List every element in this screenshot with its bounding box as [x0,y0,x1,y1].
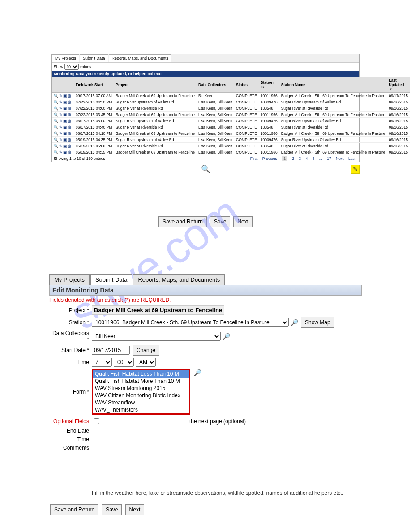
view-icon[interactable]: 🔍 [54,119,59,123]
form-option-3[interactable]: WAV Citizen Monitoring Biotic Index [93,392,189,399]
page-next[interactable]: Next [336,156,343,161]
binoculars-icon[interactable]: 🔎 [223,333,230,340]
minute-select[interactable]: 00 [114,358,134,367]
tab-my-projects[interactable]: My Projects [52,54,79,62]
page-17[interactable]: 17 [327,156,331,161]
col-fieldwork-start[interactable]: Fieldwork Start [74,77,114,93]
cell-project: Sugar River at Riverside Rd [114,143,197,149]
page-4[interactable]: 4 [306,156,308,161]
ampm-select[interactable]: AM [136,358,156,367]
view-icon[interactable]: 🔍 [54,112,59,117]
delete-icon[interactable]: 🗑 [68,131,72,136]
col-station-name[interactable]: Station Name [279,77,387,93]
save-and-return-button[interactable]: Save and Return [158,216,207,227]
copy-icon[interactable]: ▣ [63,119,67,123]
form-option-4[interactable]: WAV Streamflow [93,399,189,406]
tab-my-projects-b[interactable]: My Projects [49,274,90,285]
hour-select[interactable]: 7 [92,358,112,367]
tab-reports[interactable]: Reports, Maps, and Documents [109,54,172,62]
edit-icon[interactable]: ✎ [59,119,63,123]
delete-icon[interactable]: 🗑 [68,100,72,104]
view-icon[interactable]: 🔍 [54,144,59,148]
copy-icon[interactable]: ▣ [63,150,67,154]
next-button-b[interactable]: Next [125,504,145,515]
delete-icon[interactable]: 🗑 [68,144,72,148]
view-icon[interactable]: 🔍 [54,131,59,136]
comments-textarea[interactable] [92,445,293,485]
view-icon[interactable]: 🔍 [54,94,59,98]
edit-icon[interactable]: ✎ [59,137,63,142]
tab-reports-b[interactable]: Reports, Maps, and Documents [133,274,225,285]
search-icon[interactable]: 🔍 [201,164,210,174]
cell-last-updated: 09/16/2015 [387,143,410,149]
copy-icon[interactable]: ▣ [63,137,67,142]
edit-icon[interactable]: ✎ [59,131,63,136]
edit-icon[interactable]: ✎ [59,100,63,104]
next-button[interactable]: Next [233,216,253,227]
station-select[interactable]: 10011966, Badger Mill Creek - Sth. 69 Up… [92,318,289,327]
tab-submit-data[interactable]: Submit Data [80,54,108,62]
edit-icon[interactable]: ✎ [59,125,63,129]
page-last[interactable]: Last [348,156,355,161]
edit-icon[interactable]: ✎ [59,150,63,154]
page-2[interactable]: 2 [292,156,294,161]
delete-icon[interactable]: 🗑 [68,94,72,98]
page-1[interactable]: 1 [282,156,287,161]
binoculars-icon[interactable]: 🔎 [194,369,201,376]
col-actions [52,77,74,93]
form-dropdown-open[interactable]: Qualit Fish Habitat Less Than 10 M Quali… [92,369,190,415]
entries-select[interactable]: 10 [64,64,79,70]
form-option-1[interactable]: Qualit Fish Habitat More Than 10 M [93,378,189,385]
copy-icon[interactable]: ▣ [63,106,67,111]
form-option-5[interactable]: WAV_Thermistors [93,406,189,413]
edit-icon[interactable]: ✎ [59,144,63,148]
copy-icon[interactable]: ▣ [63,112,67,117]
view-icon[interactable]: 🔍 [54,125,59,129]
delete-icon[interactable]: 🗑 [68,137,72,142]
tab-submit-data-b[interactable]: Submit Data [90,274,133,285]
cell-collectors: Bill Keen [197,93,234,99]
copy-icon[interactable]: ▣ [63,100,67,104]
view-icon[interactable]: 🔍 [54,150,59,154]
edit-icon[interactable]: ✎ [59,112,63,117]
copy-icon[interactable]: ▣ [63,125,67,129]
binoculars-icon[interactable]: 🔎 [291,319,298,326]
page-5[interactable]: 5 [313,156,315,161]
cell-project: Badger Mill Creek at 69 Upstream to Fenc… [114,112,197,118]
page-first[interactable]: First [250,156,258,161]
save-and-return-button-b[interactable]: Save and Return [50,504,98,515]
edit-icon[interactable]: ✎ [59,106,63,111]
save-button-b[interactable]: Save [102,504,122,515]
col-data-collectors[interactable]: Data Collectors [197,77,234,93]
edit-icon[interactable]: ✎ [351,165,360,174]
form-option-2[interactable]: WAV Stream Monitoring 2015 [93,385,189,392]
delete-icon[interactable]: 🗑 [68,119,72,123]
page-3[interactable]: 3 [299,156,301,161]
table-row: 🔍✎▣🗑07/22/2015 03:45 PMBadger Mill Creek… [52,112,410,118]
copy-icon[interactable]: ▣ [63,144,67,148]
save-button[interactable]: Save [210,216,230,227]
page-prev[interactable]: Previous [262,156,277,161]
show-map-button[interactable]: Show Map [301,317,334,328]
delete-icon[interactable]: 🗑 [68,106,72,111]
optional-checkbox[interactable] [94,418,99,424]
cell-project: Sugar River at Riverside Rd [114,105,197,112]
col-station-id[interactable]: Station ID [259,77,279,93]
change-date-button[interactable]: Change [133,345,159,356]
cell-fieldwork-start: 05/19/2015 04:35 PM [74,149,114,155]
view-icon[interactable]: 🔍 [54,106,59,111]
delete-icon[interactable]: 🗑 [68,150,72,154]
delete-icon[interactable]: 🗑 [68,112,72,117]
col-project[interactable]: Project [114,77,197,93]
copy-icon[interactable]: ▣ [63,131,67,136]
start-date-input[interactable] [92,346,130,355]
form-option-0[interactable]: Qualit Fish Habitat Less Than 10 M [93,370,189,378]
col-status[interactable]: Status [234,77,259,93]
delete-icon[interactable]: 🗑 [68,125,72,129]
collector-select[interactable]: Bill Keen [92,332,221,341]
copy-icon[interactable]: ▣ [63,94,67,98]
view-icon[interactable]: 🔍 [54,100,59,104]
edit-icon[interactable]: ✎ [59,94,63,98]
col-last-updated[interactable]: Last Updated ▼ [387,77,410,93]
view-icon[interactable]: 🔍 [54,137,59,142]
